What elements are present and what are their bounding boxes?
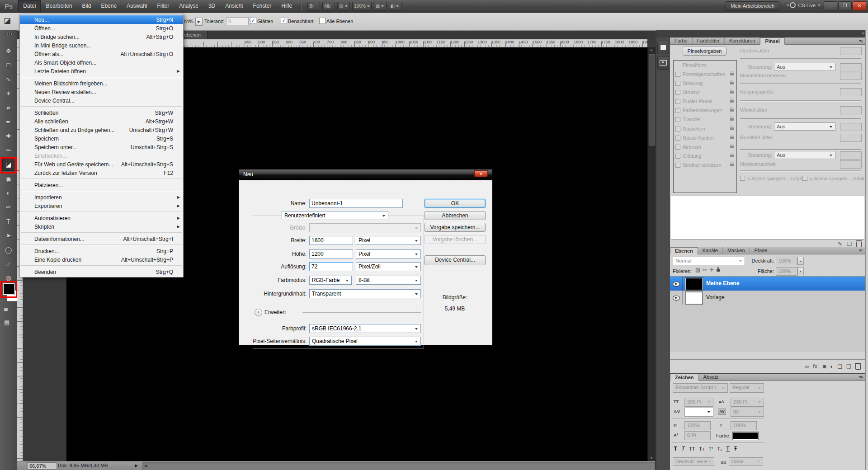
new-brush-icon[interactable]: ❏ <box>847 241 852 247</box>
fill-value[interactable]: 100% <box>776 267 797 276</box>
file-menu-item[interactable]: Zurück zur letzten VersionF12 <box>20 169 183 177</box>
bridge-launch-button[interactable]: Br <box>307 2 320 11</box>
path-selection-tool[interactable]: ➤ <box>2 230 14 242</box>
roundness-jitter-value[interactable] <box>840 134 862 142</box>
advanced-expander-button[interactable]: » <box>255 309 262 316</box>
scroll-down-icon[interactable]: ▼ <box>650 456 653 460</box>
menu-3d[interactable]: 3D <box>203 0 220 12</box>
background-contents-dropdown[interactable]: Transparent <box>309 289 421 298</box>
tab-kanäle[interactable]: Kanäle <box>698 247 723 254</box>
type-tool[interactable]: T <box>2 216 14 228</box>
text-color-swatch[interactable] <box>732 432 759 440</box>
bit-depth-dropdown[interactable]: 8-Bit <box>356 276 421 285</box>
control-dropdown-3[interactable]: Aus <box>774 151 835 159</box>
file-menu-item[interactable]: Automatisieren▶ <box>20 214 183 222</box>
file-menu-item[interactable]: Speichern unter...Umschalt+Strg+S <box>20 143 183 151</box>
underline-button[interactable]: T <box>726 445 730 452</box>
file-menu-item[interactable]: Einchecken... <box>20 151 183 160</box>
lock-position-icon[interactable]: ✛ <box>710 267 714 273</box>
menu-analyse[interactable]: Analyse <box>174 0 203 12</box>
file-menu-item[interactable]: In Bridge suchen...Alt+Strg+O <box>20 33 183 41</box>
layer-row[interactable]: Vorlage <box>670 291 865 305</box>
menu-bearbeiten[interactable]: Bearbeiten <box>41 0 77 12</box>
brush-shape-item[interactable]: Pinselform <box>674 61 736 70</box>
delete-brush-icon[interactable] <box>856 240 862 247</box>
file-menu-item[interactable]: Neu...Strg+N <box>20 15 183 24</box>
minimize-button[interactable]: – <box>824 1 837 10</box>
setting-checkbox[interactable] <box>675 108 680 113</box>
adjustment-layer-icon[interactable]: ◐ <box>830 363 833 370</box>
menu-datei[interactable]: Datei <box>18 0 41 12</box>
setting-checkbox[interactable] <box>675 90 680 95</box>
docked-panel-icon-1[interactable] <box>657 41 669 54</box>
setting-checkbox[interactable] <box>675 163 680 168</box>
tab-korrekturen[interactable]: Korrekturen <box>725 38 760 44</box>
vertical-scrollbar-thumb[interactable] <box>649 54 655 146</box>
delete-preset-button[interactable]: Vorgabe löschen... <box>425 235 486 244</box>
strikethrough-button[interactable]: Ŧ <box>734 445 737 452</box>
brush-setting-item[interactable]: Rauschen <box>674 124 736 133</box>
color-mode-dropdown[interactable]: RGB-Farbe <box>309 276 352 285</box>
file-menu-item[interactable]: Schließen und zu Bridge gehen...Umschalt… <box>20 126 183 134</box>
all-caps-button[interactable]: TT <box>689 446 695 451</box>
setting-checkbox[interactable] <box>675 72 680 77</box>
lock-transparency-icon[interactable]: ▨ <box>695 267 700 273</box>
font-family-dropdown[interactable]: Edwardian Script I... <box>673 383 728 393</box>
collapse-panels-icon[interactable]: » <box>862 31 863 36</box>
eyedropper-tool[interactable]: ✒ <box>2 116 14 128</box>
setting-checkbox[interactable] <box>675 136 680 141</box>
height-input[interactable]: 1200 <box>309 249 353 258</box>
blur-tool[interactable]: ◉ <box>2 173 14 185</box>
move-tool[interactable]: ✥ <box>2 45 14 57</box>
lasso-tool[interactable]: ∿ <box>2 74 14 86</box>
panel-menu-icon[interactable]: ▾≡ <box>859 374 865 381</box>
healing-brush-tool[interactable]: ✚ <box>2 130 14 142</box>
panel-menu-icon[interactable]: ▾≡ <box>859 247 865 254</box>
add-layer-mask-icon[interactable]: ◙ <box>823 363 826 370</box>
file-menu-item[interactable]: Device Central... <box>20 96 183 105</box>
arrange-documents-button[interactable]: ▦ <box>374 2 387 11</box>
file-menu-item[interactable]: Dateiinformationen...Alt+Umschalt+Strg+I <box>20 235 183 243</box>
visibility-toggle[interactable] <box>670 277 683 291</box>
tilt-scale-slider[interactable] <box>740 100 861 102</box>
dialog-title-bar[interactable]: Neu <box>239 169 492 180</box>
options-flyout-button[interactable]: ▶ <box>195 18 203 26</box>
workspace-button[interactable]: Mein Arbeitsbereich <box>726 1 779 11</box>
angle-jitter-slider[interactable] <box>740 118 861 119</box>
layer-row[interactable]: Meine Ebene <box>670 277 865 291</box>
font-size-dropdown[interactable]: 200 Pt <box>684 398 713 407</box>
file-menu-item[interactable]: In Mini Bridge suchen... <box>20 41 183 50</box>
menu-filter[interactable]: Filter <box>152 0 175 12</box>
hand-tool[interactable]: ☞ <box>2 258 14 270</box>
minimum-diameter-value[interactable] <box>840 72 862 80</box>
language-dropdown[interactable]: Deutsch: neue ... <box>673 457 714 466</box>
tab-ebenen[interactable]: Ebenen <box>670 247 698 254</box>
checkbox-benachbart[interactable]: ✓ <box>281 18 287 24</box>
small-caps-button[interactable]: Tт <box>699 446 704 451</box>
control-value-2[interactable] <box>840 123 862 131</box>
delete-layer-icon[interactable] <box>855 363 861 370</box>
tab-absatz[interactable]: Absatz <box>699 374 724 381</box>
brush-setting-item[interactable]: Airbrush <box>674 142 736 151</box>
subscript-button[interactable]: T₁ <box>717 446 722 451</box>
lock-pixels-icon[interactable]: ✏ <box>703 267 707 273</box>
menu-auswahl[interactable]: Auswahl <box>122 0 152 12</box>
setting-checkbox[interactable] <box>675 154 680 159</box>
control-value-3[interactable] <box>840 151 862 160</box>
brush-setting-item[interactable]: Farbeinstellungen <box>674 106 736 115</box>
preset-dropdown[interactable]: Benutzerdefiniert <box>282 211 388 220</box>
menu-ebene[interactable]: Ebene <box>96 0 122 12</box>
mini-bridge-button[interactable]: Mb <box>322 2 335 11</box>
opacity-spinner[interactable]: ▸ <box>797 257 804 265</box>
file-menu-item[interactable]: Importieren▶ <box>20 193 183 202</box>
brush-tool[interactable]: ✏ <box>2 145 14 157</box>
quick-mask-button[interactable]: ◙ <box>4 306 8 312</box>
link-layers-icon[interactable]: ∞ <box>805 363 809 370</box>
dodge-tool[interactable]: ◐ <box>2 187 14 199</box>
panel-grip[interactable] <box>5 33 12 35</box>
width-input[interactable]: 1600 <box>309 236 353 245</box>
tab-pinsel[interactable]: Pinsel <box>760 38 784 45</box>
file-menu-item[interactable]: Öffnen...Strg+O <box>20 24 183 33</box>
flip-x-checkbox[interactable] <box>740 176 745 181</box>
file-menu-item[interactable]: Für Web und Geräte speichern...Alt+Umsch… <box>20 160 183 169</box>
